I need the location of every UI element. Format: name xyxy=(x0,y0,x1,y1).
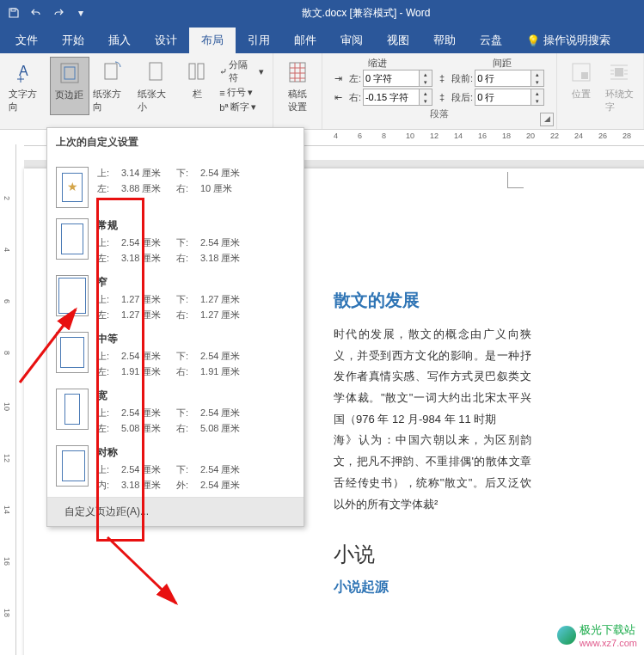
doc-paragraph[interactable]: 时代的发展，散文的概念由广义向狭义，并受到西方文化的影响。是一种抒发作者真情实感… xyxy=(334,324,531,430)
preset-icon xyxy=(56,445,89,487)
quick-access-toolbar: ▾ xyxy=(3,3,91,23)
text-direction-icon: A xyxy=(14,58,41,86)
svg-rect-11 xyxy=(615,68,623,77)
tab-references[interactable]: 引用 xyxy=(236,28,282,53)
tab-layout[interactable]: 布局 xyxy=(189,28,236,53)
margins-button[interactable]: 页边距 xyxy=(50,57,89,115)
orientation-button[interactable]: 纸张方向 xyxy=(89,57,134,115)
preset-last-custom[interactable]: ★ 上:3.14 厘米下:2.54 厘米 左:3.88 厘米右:10 厘米 xyxy=(47,162,304,213)
doc-heading-2[interactable]: 小说 xyxy=(334,541,644,568)
save-icon[interactable] xyxy=(3,3,24,23)
preset-icon xyxy=(56,389,89,430)
spacing-before-input[interactable]: ▴▾ xyxy=(475,70,544,87)
tab-view[interactable]: 视图 xyxy=(375,28,421,53)
tab-home[interactable]: 开始 xyxy=(50,28,96,53)
watermark-icon xyxy=(557,626,576,645)
columns-button[interactable]: 栏 xyxy=(178,57,216,115)
vertical-ruler[interactable]: 2 4 6 8 10 12 14 16 18 xyxy=(0,144,16,655)
indent-left-input[interactable]: ▴▾ xyxy=(363,70,432,87)
preset-icon xyxy=(56,218,89,260)
breaks-icon: ⤶ xyxy=(219,66,227,77)
size-icon xyxy=(142,58,169,86)
window-title: 散文.docx [兼容模式] - Word xyxy=(91,6,641,21)
preset-medium[interactable]: 中等 上:2.54 厘米下:2.54 厘米 左:1.91 厘米右:1.91 厘米 xyxy=(47,327,304,383)
indent-left-icon: ⇥ xyxy=(334,73,342,84)
tab-file[interactable]: 文件 xyxy=(3,28,50,53)
svg-rect-8 xyxy=(290,63,305,82)
position-button: 位置 xyxy=(562,57,600,115)
spacing-before-icon: ‡ xyxy=(439,73,445,83)
margins-dropdown: 上次的自定义设置 ★ 上:3.14 厘米下:2.54 厘米 左:3.88 厘米右… xyxy=(46,127,304,527)
preset-wide[interactable]: 宽 上:2.54 厘米下:2.54 厘米 左:5.08 厘米右:5.08 厘米 xyxy=(47,383,304,440)
wrap-text-icon xyxy=(605,58,633,86)
ribbon-tabs: 文件 开始 插入 设计 布局 引用 邮件 审阅 视图 帮助 云盘 💡 操作说明搜… xyxy=(0,26,644,53)
doc-heading-1[interactable]: 散文的发展 xyxy=(334,289,644,312)
spacing-after-icon: ‡ xyxy=(439,92,445,102)
redo-icon[interactable] xyxy=(48,3,69,23)
svg-rect-7 xyxy=(198,64,204,79)
position-icon xyxy=(567,58,595,86)
svg-rect-3 xyxy=(64,67,75,79)
size-button[interactable]: 纸张大小 xyxy=(134,57,179,115)
preset-mirrored[interactable]: 对称 上:2.54 厘米下:2.54 厘米 内:3.18 厘米外:2.54 厘米 xyxy=(47,440,304,497)
manuscript-button[interactable]: 稿纸 设置 xyxy=(279,57,316,115)
undo-icon[interactable] xyxy=(26,3,46,23)
doc-paragraph[interactable]: 海》认为：中国六朝以来，为区别韵文，把凡不押韵、不重排偶'的散体文章舌经传史书）… xyxy=(334,430,531,515)
group-arrange: 位置 环绕文 字 xyxy=(557,53,644,129)
svg-rect-2 xyxy=(61,64,78,83)
tab-help[interactable]: 帮助 xyxy=(421,28,468,53)
line-numbers-button[interactable]: ≡行号 ▾ xyxy=(219,86,264,99)
tab-mailings[interactable]: 邮件 xyxy=(282,28,328,53)
tab-cloud[interactable]: 云盘 xyxy=(468,28,514,53)
title-bar: ▾ 散文.docx [兼容模式] - Word xyxy=(0,0,644,26)
hyphenation-button[interactable]: bª断字 ▾ xyxy=(219,101,264,113)
manuscript-icon xyxy=(284,58,311,86)
text-direction-button[interactable]: A文字方向 xyxy=(5,57,50,115)
preset-icon xyxy=(56,332,89,373)
columns-icon xyxy=(183,58,211,86)
preset-icon xyxy=(56,275,89,316)
breaks-button[interactable]: ⤶分隔符 ▾ xyxy=(219,58,264,84)
last-custom-label: 上次的自定义设置 xyxy=(56,135,295,150)
svg-rect-5 xyxy=(150,63,162,80)
orientation-icon xyxy=(98,58,126,86)
indent-right-icon: ⇤ xyxy=(334,92,342,103)
watermark: 极光下载站 www.xz7.com xyxy=(557,622,637,648)
group-paragraph: 缩进间距 ⇥ 左:▴▾ ‡ 段前:▴▾ ⇤ 右:▴▾ ‡ 段后:▴▾ 段落 ◢ xyxy=(322,53,557,129)
custom-margins-button[interactable]: 自定义页边距(A)... xyxy=(47,497,304,526)
doc-heading-3[interactable]: 小说起源 xyxy=(334,578,644,597)
star-icon: ★ xyxy=(67,180,78,193)
line-numbers-icon: ≡ xyxy=(219,88,224,98)
margin-corner-marker xyxy=(507,172,524,188)
ribbon: A文字方向 页边距 纸张方向 纸张大小 栏 ⤶分隔符 ▾ ≡行号 ▾ bª断字 … xyxy=(0,53,644,130)
preset-icon: ★ xyxy=(56,167,89,208)
indent-right-input[interactable]: ▴▾ xyxy=(363,89,432,106)
wrap-text-button: 环绕文 字 xyxy=(600,57,638,115)
svg-rect-10 xyxy=(581,72,588,79)
tab-review[interactable]: 审阅 xyxy=(328,28,375,53)
preset-normal[interactable]: 常规 上:2.54 厘米下:2.54 厘米 左:3.18 厘米右:3.18 厘米 xyxy=(47,213,304,270)
group-manuscript: 稿纸 设置 xyxy=(273,53,322,129)
preset-narrow[interactable]: 窄 上:1.27 厘米下:1.27 厘米 左:1.27 厘米右:1.27 厘米 xyxy=(47,270,304,327)
hyphenation-icon: bª xyxy=(219,102,228,113)
qat-more-icon[interactable]: ▾ xyxy=(71,3,91,23)
tell-me[interactable]: 💡 操作说明搜索 xyxy=(514,28,623,53)
group-page-setup-left: A文字方向 页边距 纸张方向 纸张大小 栏 ⤶分隔符 ▾ ≡行号 ▾ bª断字 … xyxy=(0,53,273,129)
svg-rect-6 xyxy=(189,64,195,79)
tab-insert[interactable]: 插入 xyxy=(96,28,143,53)
paragraph-dialog-launcher-icon[interactable]: ◢ xyxy=(540,113,554,126)
margins-icon xyxy=(56,59,83,87)
svg-rect-4 xyxy=(105,64,117,79)
tab-design[interactable]: 设计 xyxy=(143,28,189,53)
svg-rect-0 xyxy=(11,9,15,11)
spacing-after-input[interactable]: ▴▾ xyxy=(475,89,544,106)
